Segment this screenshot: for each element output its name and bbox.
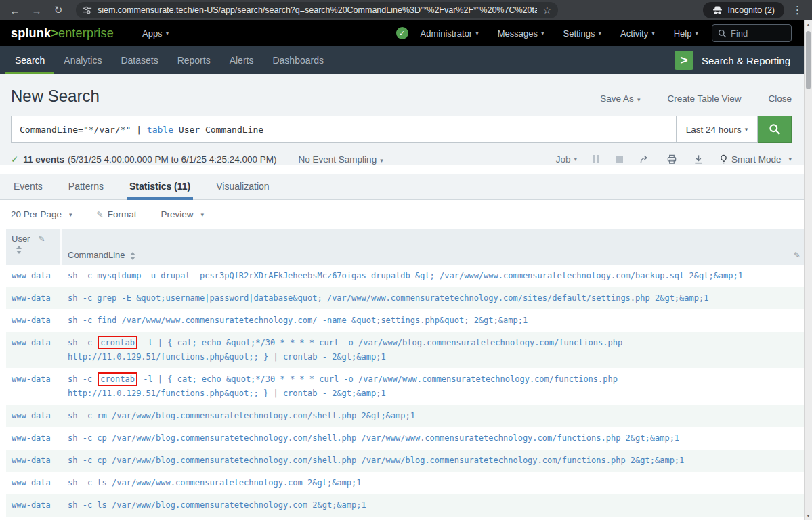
nav-menu-administrator[interactable]: Administrator▾ xyxy=(421,28,479,39)
appbar-item-datasets[interactable]: Datasets xyxy=(111,46,167,74)
preview-menu[interactable]: Preview▾ xyxy=(161,209,204,219)
event-count: 11 events xyxy=(23,154,64,165)
column-header-commandline[interactable]: CommandLine xyxy=(62,229,806,265)
table-header: User✎ CommandLine ✎ xyxy=(6,229,806,265)
sort-icon[interactable] xyxy=(16,246,58,254)
edit-columns-pencil-icon[interactable]: ✎ xyxy=(794,251,800,260)
stop-icon[interactable] xyxy=(616,156,623,163)
appbar-item-analytics[interactable]: Analytics xyxy=(54,46,111,74)
red-highlight-box: crontab xyxy=(98,372,137,386)
forward-icon[interactable]: → xyxy=(28,5,45,16)
chevron-down-icon: ▾ xyxy=(745,126,748,133)
cell-commandline[interactable]: sh -c cp /var/www/blog.commensuratetechn… xyxy=(62,454,806,468)
nav-menu-help[interactable]: Help▾ xyxy=(674,28,698,39)
tab-events[interactable]: Events xyxy=(11,174,45,200)
appbar-item-reports[interactable]: Reports xyxy=(168,46,220,74)
table-row: www-datash -c rm /var/www/blog.commensur… xyxy=(6,405,806,427)
spl-text: User CommandLine xyxy=(173,125,263,135)
page-title: New Search xyxy=(11,87,100,106)
smart-mode-menu[interactable]: Smart Mode▾ xyxy=(720,154,792,165)
address-bar[interactable]: siem.commensurate.tech/en-US/app/search/… xyxy=(76,2,558,18)
create-table-view-button[interactable]: Create Table View xyxy=(667,93,741,104)
cell-commandline[interactable]: sh -c ls /var/www/www.commensuratetechno… xyxy=(62,476,806,490)
cell-commandline[interactable]: sh -c cp /var/www/blog.commensuratetechn… xyxy=(62,431,806,446)
time-range-picker[interactable]: Last 24 hours▾ xyxy=(677,116,758,143)
find-input[interactable] xyxy=(731,28,778,39)
scroll-up-icon[interactable]: ▲ xyxy=(805,22,812,27)
browser-toolbar: ← → ↻ siem.commensurate.tech/en-US/app/s… xyxy=(0,0,812,20)
incognito-badge: Incognito (2) xyxy=(703,2,784,18)
page-scrollbar[interactable]: ▲ ▼ xyxy=(804,20,812,520)
search-query-input[interactable]: CommandLine="*/var/*" | table User Comma… xyxy=(11,116,677,143)
splunk-logo[interactable]: splunk>enterprise xyxy=(11,26,114,41)
search-button[interactable] xyxy=(758,116,792,143)
nav-menu-activity[interactable]: Activity▾ xyxy=(620,28,655,39)
cell-commandline[interactable]: sh -c find /var/www/www.commensuratetech… xyxy=(62,313,806,328)
cell-user[interactable]: www-data xyxy=(6,409,62,423)
search-section: New Search Save As▾ Create Table View Cl… xyxy=(0,74,812,165)
scrollbar-thumb[interactable] xyxy=(806,31,811,89)
pencil-icon: ✎ xyxy=(97,210,104,219)
bookmark-star-icon[interactable]: ☆ xyxy=(542,5,551,16)
print-icon[interactable] xyxy=(666,154,677,165)
event-sampling-menu[interactable]: No Event Sampling▾ xyxy=(299,154,383,165)
export-icon[interactable] xyxy=(693,154,704,165)
tab-statistics-11[interactable]: Statistics (11) xyxy=(127,174,193,200)
table-row: www-datash -c grep -E &quot;username|pas… xyxy=(6,287,806,309)
incognito-label: Incognito (2) xyxy=(728,5,775,15)
browser-menu-icon[interactable]: ⋮ xyxy=(790,4,805,16)
share-icon[interactable] xyxy=(639,154,650,165)
cell-user[interactable]: www-data xyxy=(6,454,62,468)
appbar-item-dashboards[interactable]: Dashboards xyxy=(263,46,333,74)
reload-icon[interactable]: ↻ xyxy=(50,4,66,16)
sort-icon[interactable] xyxy=(130,252,135,260)
chevron-down-icon: ▾ xyxy=(380,157,383,164)
cell-commandline[interactable]: sh -c mysqldump -u drupal -pcsr3pQfR2rXD… xyxy=(62,269,806,283)
spl-keyword: table xyxy=(147,125,173,135)
site-settings-icon[interactable] xyxy=(83,5,92,15)
apps-menu[interactable]: Apps▾ xyxy=(142,28,169,39)
app-title: Search & Reporting xyxy=(702,55,790,66)
pencil-icon[interactable]: ✎ xyxy=(38,234,45,244)
cell-commandline[interactable]: sh -c crontab -l | { cat; echo &quot;*/3… xyxy=(62,372,806,401)
tab-visualization[interactable]: Visualization xyxy=(213,174,272,200)
nav-menu-settings[interactable]: Settings▾ xyxy=(563,28,602,39)
cell-commandline[interactable]: sh -c grep -E &quot;username|password|da… xyxy=(62,291,806,305)
splunk-navbar: splunk>enterprise Apps▾ ✓ Administrator▾… xyxy=(0,20,812,46)
tab-patterns[interactable]: Patterns xyxy=(66,174,106,200)
format-button[interactable]: ✎Format xyxy=(97,209,137,219)
appbar-item-search[interactable]: Search xyxy=(5,46,54,74)
cell-user[interactable]: www-data xyxy=(6,476,62,490)
job-menu[interactable]: Job▾ xyxy=(556,154,577,165)
nav-menu-messages[interactable]: Messages▾ xyxy=(498,28,544,39)
find-box[interactable] xyxy=(712,24,792,42)
cell-user[interactable]: www-data xyxy=(6,269,62,283)
column-header-user[interactable]: User✎ xyxy=(6,229,62,265)
cell-user[interactable]: www-data xyxy=(6,313,62,328)
red-highlight-box: crontab xyxy=(98,336,137,349)
events-check-icon: ✓ xyxy=(11,154,18,165)
cell-user[interactable]: www-data xyxy=(6,291,62,305)
pause-icon[interactable] xyxy=(593,155,599,163)
cell-user[interactable]: www-data xyxy=(6,498,62,513)
chevron-down-icon: ▾ xyxy=(651,30,655,37)
chevron-down-icon: ▾ xyxy=(788,156,792,162)
close-button[interactable]: Close xyxy=(768,93,792,104)
appbar-item-alerts[interactable]: Alerts xyxy=(220,46,263,74)
results-toolbar: 20 Per Page▾ ✎Format Preview▾ xyxy=(0,200,812,229)
cell-commandline[interactable]: sh -c rm /var/www/blog.commensuratetechn… xyxy=(62,409,806,423)
cell-commandline[interactable]: sh -c ls /var/www/blog.commensuratetechn… xyxy=(62,498,806,513)
cell-user[interactable]: www-data xyxy=(6,431,62,446)
url-text[interactable]: siem.commensurate.tech/en-US/app/search/… xyxy=(98,5,537,15)
back-icon[interactable]: ← xyxy=(7,5,23,16)
results-tabs: EventsPatternsStatistics (11)Visualizati… xyxy=(0,174,812,200)
cell-user[interactable]: www-data xyxy=(6,336,62,364)
statistics-table: User✎ CommandLine ✎ www-datash -c mysqld… xyxy=(6,229,806,520)
cell-user[interactable]: www-data xyxy=(6,372,62,401)
save-as-button[interactable]: Save As▾ xyxy=(600,93,640,104)
app-icon[interactable]: > xyxy=(675,51,693,70)
table-row: www-datash -c ls /var/www 2&gt;&amp;1 xyxy=(6,517,806,520)
cell-commandline[interactable]: sh -c crontab -l | { cat; echo &quot;*/3… xyxy=(62,336,806,364)
per-page-menu[interactable]: 20 Per Page▾ xyxy=(11,209,72,219)
scroll-down-icon[interactable]: ▼ xyxy=(805,513,812,518)
